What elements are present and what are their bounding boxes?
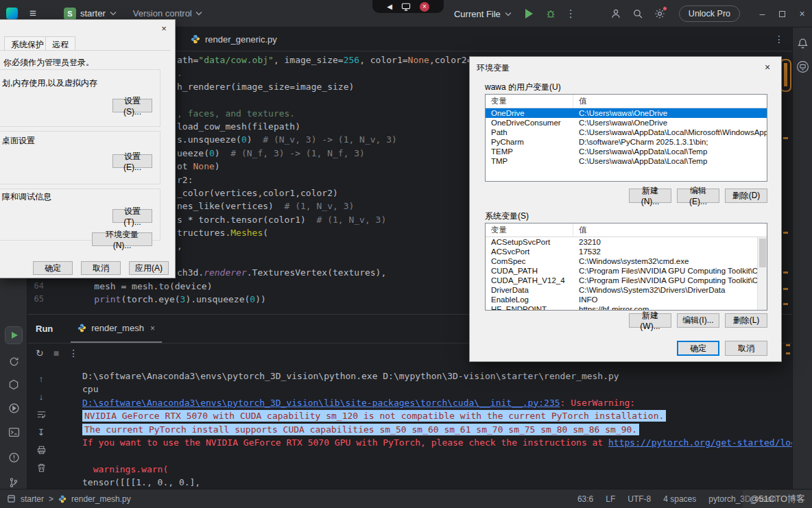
column-value[interactable]: 值 — [573, 95, 767, 108]
scroll-to-end-icon[interactable]: ↧ — [33, 423, 49, 441]
scrollbar-warning-mark[interactable] — [786, 344, 790, 346]
rerun-button[interactable]: ↻ — [36, 348, 44, 358]
system-variables-table[interactable]: 变量 值 ACSetupSvcPort23210ACSvcPort17532Co… — [485, 223, 767, 311]
console-line: NVIDIA GeForce RTX 5070 with CUDA capabi… — [82, 409, 792, 422]
column-variable[interactable]: 变量 — [486, 95, 573, 108]
down-stack-trace-icon[interactable]: ↓ — [33, 387, 49, 405]
minimize-button[interactable]: – — [752, 0, 772, 27]
ok-button[interactable]: 确定 — [677, 341, 719, 356]
debug-button[interactable] — [544, 7, 558, 21]
performance-settings-button[interactable]: 设置(S)... — [112, 99, 152, 112]
scrollbar-warning-mark[interactable] — [784, 63, 787, 86]
main-menu-icon[interactable]: ≡ — [29, 7, 36, 21]
scrollbar-warning-mark[interactable] — [783, 271, 788, 274]
clear-console-icon[interactable] — [33, 459, 49, 476]
env-var-row[interactable]: ComSpecC:\Windows\system32\cmd.exe — [486, 256, 767, 266]
stop-button[interactable]: ■ — [53, 348, 59, 358]
scrollbar-warning-mark[interactable] — [786, 352, 790, 354]
column-value[interactable]: 值 — [573, 223, 767, 237]
user-profiles-settings-button[interactable]: 设置(E)... — [112, 154, 152, 168]
scrollbar-thumb[interactable] — [759, 239, 766, 267]
user-new-button[interactable]: 新建(N)... — [629, 189, 671, 203]
close-button[interactable]: × — [792, 0, 812, 27]
env-var-row[interactable]: PyCharmD:\software\PyCharm 2025.1.3.1\bi… — [486, 137, 767, 147]
user-delete-button[interactable]: 删除(D) — [725, 189, 767, 203]
user-edit-button[interactable]: 编辑(E)... — [677, 189, 719, 203]
console-output[interactable]: D:\software\Anaconda3\envs\pytorch_3D_vi… — [82, 370, 792, 489]
column-variable[interactable]: 变量 — [486, 223, 573, 237]
terminal-button[interactable] — [7, 425, 21, 439]
line-separator-widget[interactable]: LF — [606, 494, 615, 504]
cancel-button[interactable]: 取消 — [725, 341, 767, 356]
breadcrumb-file[interactable]: render_mesh.py — [71, 494, 131, 504]
project-selector[interactable]: S starter — [64, 8, 117, 20]
system-edit-button[interactable]: 编辑(I)... — [677, 313, 719, 328]
print-icon[interactable] — [33, 441, 49, 459]
env-var-row[interactable]: OneDriveConsumerC:\Users\wawa\OneDrive — [486, 118, 767, 128]
dialog-close-icon[interactable]: × — [158, 23, 170, 34]
tab-system-protection[interactable]: 系统保护 — [4, 36, 51, 50]
problems-button[interactable] — [7, 450, 21, 464]
apply-button[interactable]: 应用(A) — [129, 261, 169, 275]
close-tab-icon[interactable]: × — [150, 324, 155, 333]
services-button[interactable] — [7, 378, 21, 391]
soft-wrap-icon[interactable] — [33, 405, 49, 423]
indent-widget[interactable]: 4 spaces — [663, 494, 696, 504]
system-delete-button[interactable]: 删除(L) — [725, 313, 767, 328]
search-icon — [632, 8, 643, 19]
recorder-monitor-icon[interactable] — [401, 3, 411, 11]
settings-button[interactable] — [653, 7, 667, 21]
env-var-row[interactable]: OneDriveC:\Users\wawa\OneDrive — [486, 108, 767, 118]
version-control-toolwindow-button[interactable] — [7, 476, 21, 489]
tab-remote[interactable]: 远程 — [45, 36, 75, 50]
env-var-row[interactable]: PathC:\Users\wawa\AppData\Local\Microsof… — [486, 128, 767, 137]
env-var-row[interactable]: ACSetupSvcPort23210 — [486, 237, 767, 247]
recorder-close-icon[interactable]: × — [420, 2, 429, 12]
env-var-row[interactable]: CUDA_PATH_V12_4C:\Program Files\NVIDIA G… — [486, 276, 767, 285]
encoding-widget[interactable]: UTF-8 — [628, 494, 651, 504]
version-control-menu[interactable]: Version control — [133, 8, 202, 19]
scrollbar-warning-mark[interactable] — [783, 288, 788, 290]
editor-tab-render-generic[interactable]: render_generic.py — [184, 27, 284, 51]
run-config-selector[interactable]: Current File — [454, 9, 512, 19]
env-var-row[interactable]: DriverDataC:\Windows\System32\Drivers\Dr… — [486, 285, 767, 295]
recorder-back-icon[interactable]: ◀ — [387, 3, 392, 10]
ok-button[interactable]: 确定 — [33, 261, 73, 275]
user-variables-table[interactable]: 变量 值 OneDriveC:\Users\wawa\OneDriveOneDr… — [485, 94, 767, 182]
dialog-close-icon[interactable]: × — [761, 61, 774, 73]
run-button[interactable] — [525, 9, 533, 19]
breadcrumb-project[interactable]: starter — [21, 494, 44, 504]
environment-variables-button[interactable]: 环境变量(N)... — [92, 232, 152, 246]
unlock-pro-button[interactable]: Unlock Pro — [679, 5, 740, 22]
scrollbar-warning-mark[interactable] — [783, 303, 788, 305]
console-more-icon[interactable]: ⋮ — [69, 348, 78, 358]
env-var-row[interactable]: TEMPC:\Users\wawa\AppData\Local\Temp — [486, 147, 767, 156]
env-var-value: C:\Windows\System32\Drivers\DriverData — [573, 286, 767, 294]
cancel-button[interactable]: 取消 — [81, 261, 121, 275]
maximize-button[interactable] — [772, 0, 792, 27]
system-new-button[interactable]: 新建(W)... — [629, 313, 671, 328]
console-link[interactable]: https://pytorch.org/get-started/locally/ — [608, 437, 792, 448]
env-var-row[interactable]: EnableLogINFO — [486, 295, 767, 304]
caret-position-widget[interactable]: 63:6 — [577, 494, 593, 504]
scrollbar-warning-mark[interactable] — [783, 137, 788, 139]
env-var-row[interactable]: ACSvcPort17532 — [486, 247, 767, 256]
more-run-actions-icon[interactable]: ⋮ — [566, 8, 576, 20]
console-link[interactable]: D:\software\Anaconda3\envs\pytorch_3D_vi… — [82, 398, 560, 408]
screen-share-indicator[interactable] — [796, 60, 809, 73]
run-toolwindow-button[interactable] — [5, 326, 23, 344]
search-everywhere-button[interactable] — [631, 7, 645, 21]
scrollbar-warning-mark[interactable] — [783, 232, 788, 234]
notifications-button[interactable] — [796, 37, 809, 50]
python-packages-button[interactable] — [7, 401, 21, 415]
code-with-me-button[interactable] — [609, 7, 623, 21]
run-tab-render-mesh[interactable]: render_mesh × — [71, 315, 162, 343]
startup-settings-button[interactable]: 设置(T)... — [112, 209, 152, 223]
editor-options-icon[interactable]: ⋮ — [774, 34, 784, 45]
python-console-button[interactable] — [7, 354, 21, 368]
env-var-row[interactable]: HF_ENDPOINThttps://hf-mirror.com — [486, 304, 767, 311]
table-scrollbar[interactable] — [757, 237, 767, 310]
env-var-row[interactable]: TMPC:\Users\wawa\AppData\Local\Temp — [486, 156, 767, 166]
env-var-row[interactable]: CUDA_PATHC:\Program Files\NVIDIA GPU Com… — [486, 266, 767, 276]
up-stack-trace-icon[interactable]: ↑ — [33, 370, 49, 387]
